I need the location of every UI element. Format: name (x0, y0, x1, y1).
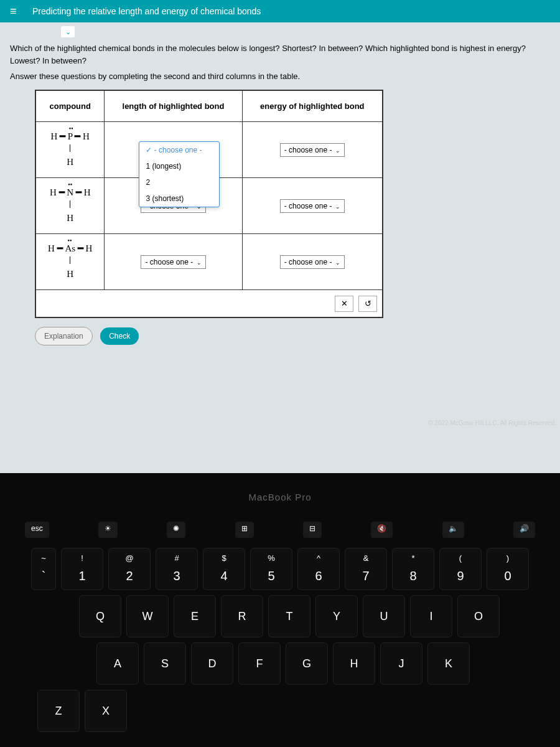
action-bar: Explanation Check (35, 327, 550, 345)
dropdown-option-3[interactable]: 3 (shortest) (139, 190, 219, 207)
length-select-row1[interactable]: ✓ - choose one - 1 (longest) 2 3 (shorte… (141, 143, 205, 157)
key-e[interactable]: E (174, 595, 216, 637)
compound-formula: H ━ ••As ━ H H (42, 243, 98, 281)
chevron-down-icon[interactable]: ⌄ (61, 26, 75, 37)
key-9[interactable]: (9 (439, 548, 482, 590)
question-text: Which of the highlighted chemical bonds … (10, 42, 550, 67)
key-w[interactable]: W (126, 595, 169, 637)
key-8[interactable]: *8 (392, 548, 434, 590)
key-6[interactable]: ^6 (297, 548, 340, 590)
key-2[interactable]: @2 (108, 548, 151, 590)
key-4[interactable]: $4 (203, 548, 245, 590)
main-content: Which of the highlighted chemical bonds … (0, 37, 560, 355)
dropdown-menu: ✓ - choose one - 1 (longest) 2 3 (shorte… (139, 141, 220, 207)
chevron-down-icon: ⌄ (335, 204, 340, 210)
key-t[interactable]: T (268, 595, 310, 637)
brightness-up-key[interactable]: ✺ (167, 522, 185, 538)
th-compound: compound (36, 91, 105, 122)
th-length: length of highlighted bond (105, 91, 242, 122)
menu-icon[interactable]: ≡ (10, 5, 22, 18)
energy-select-row3[interactable]: - choose one - ⌄ (280, 255, 345, 269)
key-q[interactable]: Q (79, 595, 121, 637)
key-j[interactable]: J (380, 642, 422, 685)
voldown-key[interactable]: 🔈 (442, 522, 464, 538)
chevron-down-icon: ⌄ (197, 260, 202, 266)
key-g[interactable]: G (286, 642, 328, 685)
dropdown-option-placeholder[interactable]: ✓ - choose one - (139, 142, 219, 158)
key-1[interactable]: !1 (61, 548, 103, 590)
table-row: H ━ ••P ━ H H ✓ - choose one - 1 (longes… (36, 122, 383, 178)
instruction-text: Answer these questions by completing the… (10, 72, 550, 81)
compound-formula: H ━ ••P ━ H H (42, 131, 98, 169)
key-5[interactable]: %5 (250, 548, 292, 590)
laptop-label: MacBook Pro (0, 492, 560, 502)
touchbar: esc ☀ ✺ ⊞ ⊟ 🔇 🔈 🔊 (0, 517, 560, 543)
key-7[interactable]: &7 (345, 548, 387, 590)
copyright-text: © 2022 McGraw Hill LLC. All Rights Reser… (428, 420, 556, 426)
key-f[interactable]: F (238, 642, 281, 685)
key-u[interactable]: U (363, 595, 405, 637)
tool-row: ✕ ↺ (36, 290, 383, 317)
explanation-button[interactable]: Explanation (35, 327, 93, 345)
app-header: ≡ Predicting the relative length and ene… (0, 0, 560, 22)
key-o[interactable]: O (457, 595, 500, 637)
key-row-qwerty: Q W E R T Y U I O (0, 595, 560, 637)
key-s[interactable]: S (144, 642, 186, 685)
mute-key[interactable]: 🔇 (371, 522, 393, 538)
key-z[interactable]: Z (37, 690, 80, 732)
th-energy: energy of highlighted bond (242, 91, 382, 122)
key-d[interactable]: D (191, 642, 233, 685)
key-a[interactable]: A (96, 642, 139, 685)
launch-key[interactable]: ⊟ (303, 522, 322, 538)
answer-table: compound length of highlighted bond ener… (35, 90, 383, 317)
dropdown-option-1[interactable]: 1 (longest) (139, 158, 219, 174)
page-title: Predicting the relative length and energ… (32, 6, 261, 16)
keyboard: esc ☀ ✺ ⊞ ⊟ 🔇 🔈 🔊 ~` !1 @2 #3 $4 %5 ^6 &… (0, 510, 560, 747)
key-i[interactable]: I (410, 595, 452, 637)
check-button[interactable]: Check (100, 327, 139, 345)
key-row-asdf: A S D F G H J K (0, 642, 560, 685)
reset-button[interactable]: ↺ (358, 296, 377, 312)
dropdown-option-2[interactable]: 2 (139, 174, 219, 190)
esc-key[interactable]: esc (25, 522, 49, 538)
energy-select-row2[interactable]: - choose one - ⌄ (280, 199, 345, 213)
close-button[interactable]: ✕ (335, 296, 353, 312)
key-tilde[interactable]: ~` (31, 548, 56, 590)
key-k[interactable]: K (427, 642, 470, 685)
key-row-zxcv: Z X (0, 690, 560, 732)
key-h[interactable]: H (333, 642, 375, 685)
energy-select-row1[interactable]: - choose one - ⌄ (280, 143, 345, 157)
key-0[interactable]: )0 (487, 548, 529, 590)
compound-formula: H ━ ••N ━ H H (42, 187, 98, 225)
key-x[interactable]: X (85, 690, 127, 732)
length-select-row3[interactable]: - choose one - ⌄ (141, 255, 205, 269)
key-3[interactable]: #3 (156, 548, 198, 590)
table-row: H ━ ••As ━ H H - choose one - ⌄ - choose… (36, 234, 383, 290)
chevron-down-icon: ⌄ (335, 260, 340, 266)
chevron-down-icon: ⌄ (335, 148, 340, 154)
mission-key[interactable]: ⊞ (235, 522, 254, 538)
key-y[interactable]: Y (315, 595, 358, 637)
key-r[interactable]: R (221, 595, 263, 637)
key-row-numbers: ~` !1 @2 #3 $4 %5 ^6 &7 *8 (9 )0 (0, 548, 560, 590)
brightness-down-key[interactable]: ☀ (98, 522, 118, 538)
volup-key[interactable]: 🔊 (513, 522, 535, 538)
